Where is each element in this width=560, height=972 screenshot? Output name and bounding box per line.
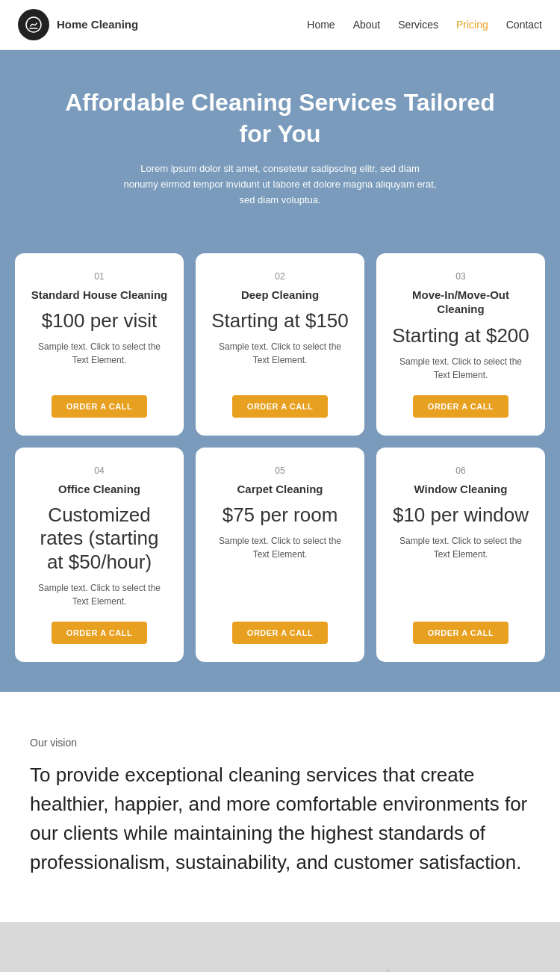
card-desc-1: Sample text. Click to select the Text El… bbox=[30, 340, 169, 382]
card-title-1: Standard House Cleaning bbox=[31, 288, 168, 303]
hero-description: Lorem ipsum dolor sit amet, consetetur s… bbox=[123, 161, 437, 208]
nav-link-pricing[interactable]: Pricing bbox=[456, 19, 488, 31]
vision-label: Our vision bbox=[30, 737, 530, 749]
order-call-button-1[interactable]: ORDER A CALL bbox=[52, 395, 147, 418]
card-price-3: Starting at $200 bbox=[392, 324, 529, 347]
logo[interactable]: Home Cleaning bbox=[18, 9, 138, 40]
card-title-2: Deep Cleaning bbox=[241, 288, 319, 303]
logo-icon bbox=[18, 9, 49, 40]
card-desc-2: Sample text. Click to select the Text El… bbox=[211, 340, 349, 382]
pricing-card-5: 05 Carpet Cleaning $75 per room Sample t… bbox=[196, 448, 364, 662]
order-call-button-4[interactable]: ORDER A CALL bbox=[52, 622, 147, 644]
nav-link-about[interactable]: About bbox=[353, 19, 381, 31]
card-title-4: Office Cleaning bbox=[58, 482, 140, 497]
pricing-card-4: 04 Office Cleaning Customized rates (sta… bbox=[15, 448, 184, 662]
nav-link-contact[interactable]: Contact bbox=[506, 19, 542, 31]
logo-text: Home Cleaning bbox=[57, 18, 138, 31]
pricing-section: 01 Standard House Cleaning $100 per visi… bbox=[0, 253, 560, 692]
pricing-card-3: 03 Move-In/Move-Out Cleaning Starting at… bbox=[376, 253, 545, 436]
order-call-button-6[interactable]: ORDER A CALL bbox=[413, 622, 508, 644]
hero-title: Affordable Cleaning Services Tailored fo… bbox=[60, 87, 500, 149]
navbar: Home Cleaning Home About Services Pricin… bbox=[0, 0, 560, 50]
cards-grid: 01 Standard House Cleaning $100 per visi… bbox=[15, 253, 545, 662]
order-call-button-5[interactable]: ORDER A CALL bbox=[232, 622, 328, 644]
nav-link-services[interactable]: Services bbox=[398, 19, 438, 31]
card-number-1: 01 bbox=[94, 271, 104, 282]
card-desc-6: Sample text. Click to select the Text El… bbox=[391, 534, 530, 607]
card-title-5: Carpet Cleaning bbox=[237, 482, 323, 497]
card-price-1: $100 per visit bbox=[42, 309, 158, 332]
cta-section: Transform Your Space with Our Cleaning M… bbox=[0, 922, 560, 972]
pricing-card-2: 02 Deep Cleaning Starting at $150 Sample… bbox=[196, 253, 364, 436]
order-call-button-2[interactable]: ORDER A CALL bbox=[232, 395, 328, 418]
card-price-2: Starting at $150 bbox=[211, 309, 349, 332]
card-desc-3: Sample text. Click to select the Text El… bbox=[391, 355, 530, 382]
pricing-card-1: 01 Standard House Cleaning $100 per visi… bbox=[15, 253, 184, 436]
card-title-6: Window Cleaning bbox=[414, 482, 508, 497]
card-desc-4: Sample text. Click to select the Text El… bbox=[30, 581, 169, 608]
vision-text: To provide exceptional cleaning services… bbox=[30, 761, 530, 877]
spray-bottle-illustration bbox=[351, 959, 530, 972]
pricing-card-6: 06 Window Cleaning $10 per window Sample… bbox=[376, 448, 545, 662]
card-price-6: $10 per window bbox=[393, 504, 529, 527]
card-number-2: 02 bbox=[275, 271, 284, 282]
order-call-button-3[interactable]: ORDER A CALL bbox=[413, 395, 508, 418]
nav-links: Home About Services Pricing Contact bbox=[307, 19, 542, 31]
nav-link-home[interactable]: Home bbox=[307, 19, 335, 31]
card-price-4: Customized rates (starting at $50/hour) bbox=[30, 504, 169, 574]
card-desc-5: Sample text. Click to select the Text El… bbox=[211, 534, 349, 607]
card-title-3: Move-In/Move-Out Cleaning bbox=[391, 288, 530, 317]
card-number-6: 06 bbox=[455, 465, 465, 476]
card-number-3: 03 bbox=[455, 271, 465, 282]
card-number-4: 04 bbox=[94, 465, 104, 476]
vision-section: Our vision To provide exceptional cleani… bbox=[0, 692, 560, 922]
hero-section: Affordable Cleaning Services Tailored fo… bbox=[0, 50, 560, 253]
svg-point-16 bbox=[387, 969, 390, 972]
card-price-5: $75 per room bbox=[223, 504, 338, 527]
card-number-5: 05 bbox=[275, 465, 284, 476]
